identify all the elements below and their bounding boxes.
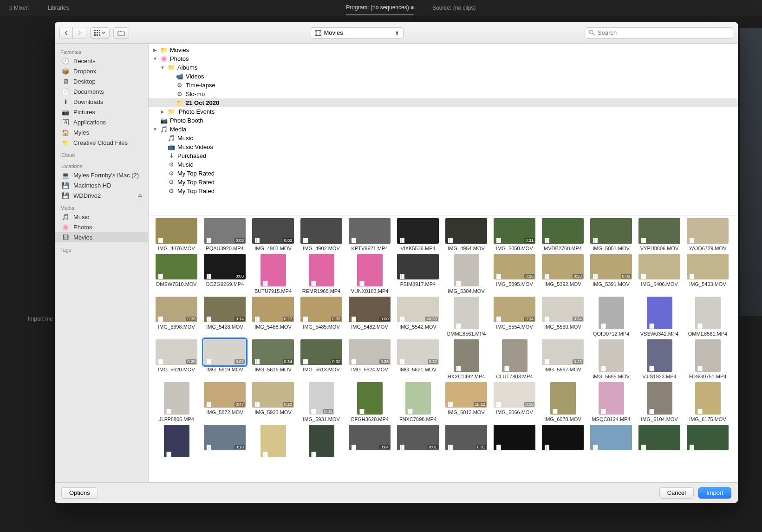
- file-thumbnail[interactable]: ▐█0:00: [300, 339, 342, 365]
- file-grid[interactable]: ▐█IMG_4876.MOV▐█0:03PQAU3920.MP4▐█0:02IM…: [149, 215, 738, 482]
- file-thumbnail[interactable]: ▐█0:02: [204, 339, 246, 365]
- file-cell[interactable]: ▐█DMSW7510.MOV: [153, 254, 200, 294]
- file-thumbnail[interactable]: ▐█: [590, 218, 632, 244]
- file-thumbnail[interactable]: ▐█: [261, 254, 286, 286]
- file-cell[interactable]: ▐█KPTV9921.MP4: [346, 218, 393, 251]
- file-cell[interactable]: ▐█0:02IMG_4903.MOV: [250, 218, 296, 251]
- file-thumbnail[interactable]: ▐█: [695, 382, 721, 415]
- file-cell[interactable]: ▐█0:23IMG_5392.MOV: [540, 254, 586, 294]
- file-thumbnail[interactable]: ▐█0:64: [349, 425, 391, 450]
- file-cell[interactable]: ▐█0:01: [443, 425, 489, 459]
- file-cell[interactable]: ▐█MSQC8124.MP4: [588, 382, 634, 422]
- file-cell[interactable]: ▐█FNXC7898.MP4: [395, 382, 441, 422]
- import-button[interactable]: Import: [698, 487, 731, 499]
- file-thumbnail[interactable]: ▐█: [357, 254, 383, 286]
- file-cell[interactable]: ▐█OMME8561.MP4: [443, 297, 489, 337]
- sidebar-item[interactable]: 🖥Desktop: [55, 76, 148, 86]
- file-cell[interactable]: ▐█BUTU7915.MP4: [250, 254, 296, 294]
- sidebar-item[interactable]: 📷Pictures: [55, 107, 148, 117]
- file-cell[interactable]: ▐█0:34IMG_5616.MOV: [250, 339, 296, 379]
- file-cell[interactable]: ▐█0:35IMG_5485.MOV: [298, 297, 345, 337]
- disclosure-triangle-icon[interactable]: ▼: [160, 65, 165, 70]
- file-cell[interactable]: ▐█: [153, 425, 200, 459]
- file-cell[interactable]: ▐█0:03IMG_5931.MOV: [298, 382, 345, 422]
- file-thumbnail[interactable]: ▐█: [599, 297, 624, 329]
- tab-source[interactable]: Source: (no clips): [432, 1, 475, 15]
- file-cell[interactable]: ▐█0:34IMG_5554.MOV: [491, 297, 538, 337]
- file-thumbnail[interactable]: ▐█0:36: [349, 339, 391, 365]
- file-cell[interactable]: ▐█IMG_5051.MOV: [588, 218, 634, 251]
- file-cell[interactable]: ▐█IMG_6078.MOV: [540, 382, 586, 422]
- file-cell[interactable]: ▐█: [636, 425, 683, 459]
- sidebar-item[interactable]: 💾Macintosh HD: [55, 180, 148, 190]
- tree-node[interactable]: ▼🌸Photos: [149, 54, 738, 63]
- sidebar-item[interactable]: 🎵Music: [55, 212, 148, 222]
- file-thumbnail[interactable]: ▐█: [300, 218, 342, 244]
- file-cell[interactable]: ▐█VJIS1923.MP4: [636, 339, 683, 379]
- file-cell[interactable]: ▐█0:32IMG_5621.MOV: [395, 339, 441, 379]
- file-cell[interactable]: ▐█0:08IMG_5391.MOV: [588, 254, 634, 294]
- file-cell[interactable]: ▐█0:01: [395, 425, 441, 459]
- file-cell[interactable]: ▐█0:08IMG_6066.MOV: [491, 382, 538, 422]
- file-cell[interactable]: ▐█QOID0712.MP4: [588, 297, 634, 337]
- sidebar-item[interactable]: 🄰Applications: [55, 117, 148, 127]
- sidebar-item[interactable]: 💻Myles Formby's iMac (2): [55, 170, 148, 180]
- file-thumbnail[interactable]: ▐█: [502, 339, 528, 372]
- file-thumbnail[interactable]: ▐█0:02: [252, 218, 294, 244]
- file-thumbnail[interactable]: ▐█: [542, 218, 584, 244]
- file-thumbnail[interactable]: ▐█0:00: [349, 297, 391, 322]
- file-thumbnail[interactable]: ▐█0:23: [542, 254, 584, 279]
- tab-libraries[interactable]: Libraries: [48, 1, 69, 15]
- file-cell[interactable]: ▐█18:22IMG_6012.MOV: [443, 382, 489, 422]
- sidebar-item[interactable]: ⬇Downloads: [55, 97, 148, 107]
- tree-node[interactable]: 📁21 Oct 2020: [149, 98, 738, 107]
- file-thumbnail[interactable]: ▐█0:03: [309, 382, 334, 415]
- file-cell[interactable]: ▐█: [684, 425, 731, 459]
- disclosure-triangle-icon[interactable]: ▼: [152, 127, 158, 132]
- tree-node[interactable]: ⚙Music: [149, 160, 738, 169]
- file-thumbnail[interactable]: ▐█: [164, 382, 189, 415]
- tree-node[interactable]: ⚙My Top Rated: [149, 187, 738, 195]
- tree-node[interactable]: ⬇Purchased: [149, 151, 738, 160]
- file-thumbnail[interactable]: ▐█: [164, 425, 189, 457]
- tab-program[interactable]: Program: (no sequences) ≡: [346, 0, 414, 15]
- file-thumbnail[interactable]: ▐█: [599, 339, 624, 372]
- file-thumbnail[interactable]: ▐█: [550, 382, 576, 415]
- path-selector[interactable]: Movies ▲▼: [311, 27, 404, 39]
- file-thumbnail[interactable]: ▐█0:20: [156, 339, 197, 365]
- file-cell[interactable]: ▐█0:34IMG_5550.MOV: [540, 297, 586, 337]
- file-cell[interactable]: ▐█IMG_4902.MOV: [298, 218, 345, 251]
- sidebar-item[interactable]: 💾WDDrive2⏏: [55, 190, 148, 201]
- file-cell[interactable]: ▐█0:20IMG_5620.MOV: [153, 339, 200, 379]
- file-cell[interactable]: ▐█: [250, 425, 296, 459]
- file-cell[interactable]: ▐█IMG_4954.MOV: [443, 218, 489, 251]
- file-cell[interactable]: ▐█IMG_5384.MOV: [443, 254, 489, 294]
- file-thumbnail[interactable]: ▐█: [397, 218, 439, 244]
- sidebar-item[interactable]: 🌸Photos: [55, 222, 148, 232]
- file-cell[interactable]: ▐█: [540, 425, 586, 459]
- file-cell[interactable]: ▐█0:47IMG_5872.MOV: [202, 382, 248, 422]
- forward-button[interactable]: [73, 27, 86, 39]
- tree-node[interactable]: 📹Videos: [149, 72, 738, 81]
- file-thumbnail[interactable]: ▐█: [454, 297, 479, 329]
- file-thumbnail[interactable]: ▐█0:01: [445, 425, 487, 450]
- source-tree[interactable]: ▶📁Movies▼🌸Photos▼📁Albums📹Videos⚙Time-lap…: [149, 44, 738, 215]
- eject-icon[interactable]: ⏏: [137, 192, 143, 199]
- file-cell[interactable]: ▐█0:36IMG_5398.MOV: [153, 297, 200, 337]
- file-thumbnail[interactable]: ▐█: [647, 382, 672, 415]
- file-thumbnail[interactable]: ▐█: [445, 218, 487, 244]
- sidebar-item[interactable]: 📄Documents: [55, 86, 148, 97]
- file-thumbnail[interactable]: ▐█: [156, 218, 197, 244]
- file-thumbnail[interactable]: ▐█0:20: [252, 382, 294, 408]
- file-cell[interactable]: ▐█0:21IMG_5050.MOV: [491, 218, 538, 251]
- file-cell[interactable]: ▐█YAJQ6729.MOV: [684, 218, 731, 251]
- file-cell[interactable]: ▐█0:03OOZG9269.MP4: [202, 254, 248, 294]
- file-cell[interactable]: ▐█IMG_5403.MOV: [684, 254, 731, 294]
- file-thumbnail[interactable]: ▐█0:34: [494, 297, 535, 322]
- file-cell[interactable]: ▐█JLFP8805.MP4: [153, 382, 200, 422]
- file-cell[interactable]: ▐█IMG_5695.MOV: [588, 339, 634, 379]
- tree-node[interactable]: ▼📁Albums: [149, 63, 738, 72]
- file-thumbnail[interactable]: ▐█: [156, 254, 197, 279]
- sidebar-item[interactable]: 🎞Movies: [55, 232, 148, 242]
- file-thumbnail[interactable]: ▐█0:21: [494, 218, 535, 244]
